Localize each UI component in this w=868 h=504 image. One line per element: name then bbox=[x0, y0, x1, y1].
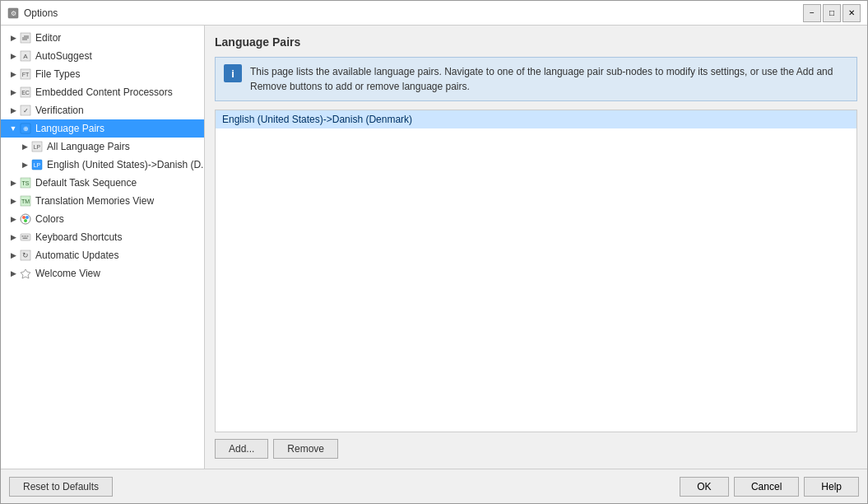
sidebar-label-task-seq: Default Task Sequence bbox=[35, 177, 137, 189]
svg-rect-28 bbox=[21, 234, 30, 240]
keyboard-icon bbox=[19, 231, 32, 244]
ok-button[interactable]: OK bbox=[680, 477, 729, 497]
title-bar-left: ⚙ Options bbox=[7, 7, 58, 19]
content-area: ▶ Editor ▶ A AutoSuggest ▶ FT F bbox=[1, 26, 867, 469]
language-pairs-icon: ⊕ bbox=[19, 122, 32, 135]
sidebar-item-en-danish[interactable]: ▶ LP English (United States)->Danish (D.… bbox=[1, 156, 204, 174]
svg-text:FT: FT bbox=[22, 72, 30, 77]
sidebar-label-en-danish: English (United States)->Danish (D... bbox=[47, 159, 205, 170]
arrow-all-lp: ▶ bbox=[19, 141, 30, 152]
sidebar-item-editor[interactable]: ▶ Editor bbox=[1, 29, 204, 47]
maximize-button[interactable]: □ bbox=[823, 4, 841, 22]
close-button[interactable]: ✕ bbox=[842, 4, 861, 22]
info-text: This page lists the available language p… bbox=[250, 64, 848, 94]
sidebar: ▶ Editor ▶ A AutoSuggest ▶ FT F bbox=[1, 26, 205, 469]
sidebar-label-embedded: Embedded Content Processors bbox=[35, 86, 173, 98]
sidebar-item-keyboard[interactable]: ▶ Keyboard Shortcuts bbox=[1, 228, 204, 246]
sidebar-item-embedded[interactable]: ▶ EC Embedded Content Processors bbox=[1, 83, 204, 101]
arrow-verification: ▶ bbox=[7, 105, 19, 116]
sidebar-label-all-lp: All Language Pairs bbox=[47, 141, 130, 152]
sidebar-label-colors: Colors bbox=[35, 213, 64, 225]
sidebar-label-editor: Editor bbox=[35, 32, 61, 44]
info-box: i This page lists the available language… bbox=[215, 57, 857, 101]
window-icon: ⚙ bbox=[7, 7, 19, 19]
sidebar-item-language-pairs[interactable]: ▼ ⊕ Language Pairs bbox=[1, 119, 204, 138]
cancel-button[interactable]: Cancel bbox=[734, 477, 799, 497]
list-item-label: English (United States)->Danish (Denmark… bbox=[222, 114, 412, 125]
help-button[interactable]: Help bbox=[804, 477, 859, 497]
all-lp-icon: LP bbox=[30, 140, 44, 153]
svg-text:↻: ↻ bbox=[22, 251, 29, 259]
svg-rect-32 bbox=[23, 238, 28, 240]
reset-defaults-button[interactable]: Reset to Defaults bbox=[9, 477, 113, 497]
task-seq-icon: TS bbox=[19, 176, 32, 189]
svg-text:LP: LP bbox=[34, 162, 41, 168]
updates-icon: ↻ bbox=[19, 249, 32, 262]
title-bar: ⚙ Options − □ ✕ bbox=[1, 1, 867, 26]
arrow-en-danish: ▶ bbox=[19, 159, 30, 170]
svg-text:⚙: ⚙ bbox=[11, 10, 16, 17]
window-title: Options bbox=[24, 7, 58, 19]
svg-text:TM: TM bbox=[21, 198, 30, 204]
info-icon: i bbox=[224, 64, 242, 82]
en-danish-icon: LP bbox=[30, 158, 44, 171]
sidebar-label-updates: Automatic Updates bbox=[35, 250, 118, 261]
file-types-icon: FT bbox=[19, 68, 32, 81]
embedded-icon: EC bbox=[19, 86, 32, 99]
svg-text:LP: LP bbox=[34, 144, 41, 150]
language-pairs-list[interactable]: English (United States)->Danish (Denmark… bbox=[215, 110, 857, 432]
arrow-file-types: ▶ bbox=[7, 68, 19, 80]
sidebar-label-language-pairs: Language Pairs bbox=[35, 123, 104, 134]
options-window: ⚙ Options − □ ✕ ▶ Editor ▶ bbox=[0, 0, 868, 504]
arrow-keyboard: ▶ bbox=[7, 231, 19, 243]
arrow-editor: ▶ bbox=[7, 32, 19, 44]
svg-text:TS: TS bbox=[22, 180, 30, 186]
sidebar-item-colors[interactable]: ▶ Colors bbox=[1, 210, 204, 228]
arrow-updates: ▶ bbox=[7, 250, 19, 261]
arrow-colors: ▶ bbox=[7, 213, 19, 225]
svg-rect-29 bbox=[22, 236, 24, 237]
welcome-icon bbox=[19, 267, 32, 280]
action-buttons: Add... Remove bbox=[215, 439, 857, 459]
editor-icon bbox=[19, 31, 32, 44]
bottom-bar: Reset to Defaults OK Cancel Help bbox=[1, 469, 867, 503]
arrow-autosuggest: ▶ bbox=[7, 50, 19, 62]
arrow-task-seq: ▶ bbox=[7, 177, 19, 189]
list-item-en-dk[interactable]: English (United States)->Danish (Denmark… bbox=[216, 110, 856, 128]
add-button[interactable]: Add... bbox=[215, 439, 268, 459]
svg-rect-30 bbox=[25, 236, 26, 237]
svg-text:✓: ✓ bbox=[23, 107, 29, 114]
title-bar-controls: − □ ✕ bbox=[803, 4, 861, 22]
svg-text:A: A bbox=[23, 53, 28, 60]
sidebar-item-all-language-pairs[interactable]: ▶ LP All Language Pairs bbox=[1, 138, 204, 156]
sidebar-label-keyboard: Keyboard Shortcuts bbox=[35, 231, 122, 243]
sidebar-item-welcome[interactable]: ▶ Welcome View bbox=[1, 264, 204, 282]
arrow-embedded: ▶ bbox=[7, 86, 19, 98]
sidebar-item-verification[interactable]: ▶ ✓ Verification bbox=[1, 101, 204, 119]
sidebar-item-tm-view[interactable]: ▶ TM Translation Memories View bbox=[1, 192, 204, 210]
sidebar-item-autosuggest[interactable]: ▶ A AutoSuggest bbox=[1, 47, 204, 65]
arrow-tm: ▶ bbox=[7, 195, 19, 207]
sidebar-item-auto-updates[interactable]: ▶ ↻ Automatic Updates bbox=[1, 246, 204, 264]
colors-icon bbox=[19, 212, 32, 226]
sidebar-label-tm: Translation Memories View bbox=[35, 195, 154, 207]
svg-point-25 bbox=[22, 216, 26, 219]
svg-text:⊕: ⊕ bbox=[23, 125, 29, 133]
bottom-bar-right: OK Cancel Help bbox=[680, 477, 859, 497]
sidebar-label-autosuggest: AutoSuggest bbox=[35, 50, 92, 62]
minimize-button[interactable]: − bbox=[803, 4, 821, 22]
sidebar-label-welcome: Welcome View bbox=[35, 268, 100, 279]
svg-point-26 bbox=[26, 216, 29, 219]
arrow-welcome: ▶ bbox=[7, 268, 19, 279]
tm-icon: TM bbox=[19, 194, 32, 208]
autosuggest-icon: A bbox=[19, 49, 32, 63]
sidebar-item-task-sequence[interactable]: ▶ TS Default Task Sequence bbox=[1, 174, 204, 192]
main-panel: Language Pairs i This page lists the ava… bbox=[205, 26, 867, 469]
sidebar-item-file-types[interactable]: ▶ FT File Types bbox=[1, 65, 204, 83]
sidebar-label-verification: Verification bbox=[35, 105, 84, 116]
sidebar-label-file-types: File Types bbox=[35, 68, 80, 80]
remove-button[interactable]: Remove bbox=[273, 439, 338, 459]
verification-icon: ✓ bbox=[19, 104, 32, 117]
svg-point-27 bbox=[24, 219, 27, 222]
panel-title: Language Pairs bbox=[215, 35, 857, 49]
